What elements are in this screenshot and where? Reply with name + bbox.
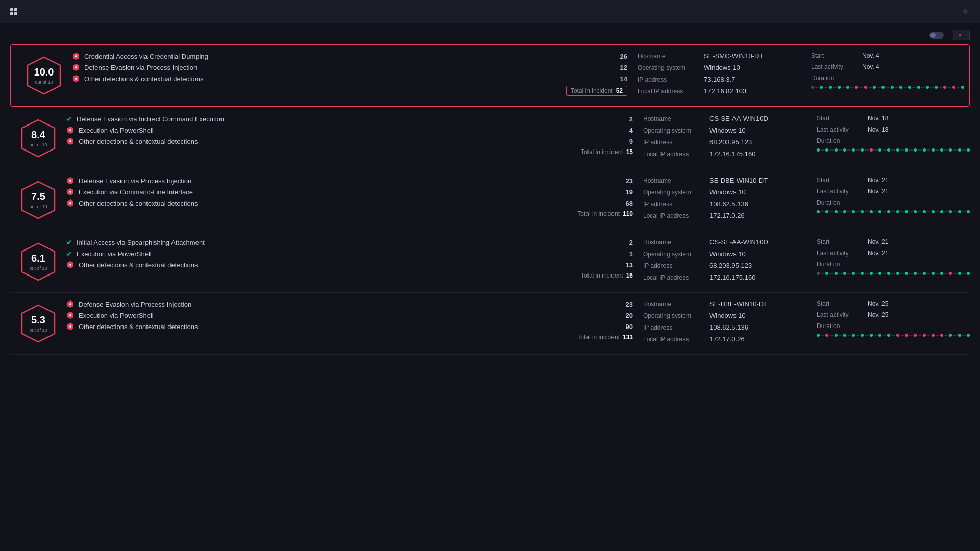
timeline-dot — [846, 86, 849, 89]
timeline-dot — [878, 148, 881, 152]
ip-key: IP address — [638, 76, 704, 83]
timeline-dot — [914, 272, 917, 275]
start-val: Nov. 18 — [868, 115, 888, 122]
timeline-line — [891, 211, 895, 212]
total-count: 110 — [623, 210, 633, 217]
detection-count: 13 — [623, 261, 633, 269]
timeline-dot — [958, 148, 961, 152]
timeline-line — [953, 273, 957, 274]
timeline-line — [815, 87, 819, 88]
header-controls: ● — [929, 30, 970, 40]
duration-key: Duration — [817, 261, 868, 268]
timeline-line — [944, 273, 948, 274]
status-dot: ● — [959, 33, 961, 37]
detection-count: 2 — [623, 115, 633, 123]
menu-button[interactable] — [10, 8, 21, 15]
timeline-dot — [843, 334, 846, 337]
timeline-line — [839, 149, 842, 151]
incident-row[interactable]: 8.4 out of 10 ✔ Defense Evasion via Indi… — [10, 108, 970, 169]
auto-refresh-toggle[interactable] — [929, 32, 944, 39]
timeline-line — [883, 149, 886, 151]
timeline-line — [927, 149, 930, 151]
os-key: Operating system — [643, 189, 709, 196]
timeline-line — [944, 211, 948, 212]
timeline-dot — [943, 86, 946, 89]
incident-row[interactable]: 5.3 out of 10 Defense Evasion via Proces… — [10, 293, 970, 355]
detection-count: 90 — [623, 323, 633, 331]
timeline-dot — [932, 148, 935, 152]
timeline-dot — [878, 210, 881, 213]
timeline-dot — [825, 334, 828, 337]
detection-count: 20 — [623, 312, 633, 319]
timeline-line — [865, 335, 868, 336]
incident-row[interactable]: 7.5 out of 10 Defense Evasion via Proces… — [10, 169, 970, 231]
timeline-line — [900, 211, 904, 212]
hostname-key: Hostname — [643, 115, 709, 122]
timeline-dot — [820, 86, 823, 89]
timeline-line — [891, 273, 895, 274]
score-value: 7.5 — [29, 191, 47, 202]
timeline-line — [821, 273, 824, 274]
local-ip-val: 172.17.0.26 — [709, 212, 745, 219]
timeline-dot — [967, 148, 970, 152]
timeline-dot — [932, 210, 935, 213]
start-val: Nov. 4 — [862, 52, 879, 59]
timeline-dot — [926, 86, 929, 89]
last-activity-val: Nov. 21 — [868, 188, 888, 195]
threat-icon — [66, 137, 75, 145]
detection-name: Other detections & contextual detections — [79, 138, 619, 145]
local-ip-item: Local IP address 172.16.175.160 — [643, 150, 806, 158]
timeline-dot — [861, 272, 864, 275]
ip-key: IP address — [643, 139, 709, 146]
detection-name: Execution via PowerShell — [77, 250, 619, 258]
timeline-dot — [949, 272, 952, 275]
timeline-dot — [932, 334, 935, 337]
score-value: 6.1 — [29, 253, 47, 264]
timeline-line — [847, 211, 851, 212]
total-label: Total in incident — [571, 87, 613, 94]
timeline-dot — [896, 210, 899, 213]
os-item: Operating system Windows 10 — [643, 312, 806, 319]
os-item: Operating system Windows 10 — [643, 250, 806, 258]
last-activity-key: Last activity — [817, 311, 868, 318]
timeline-line — [909, 211, 913, 212]
status-filter[interactable]: ● — [953, 30, 970, 40]
score-value: 8.4 — [29, 129, 47, 140]
timeline-line — [865, 273, 868, 274]
timeline-line — [936, 273, 939, 274]
ip-val: 108.62.5.136 — [709, 323, 748, 331]
timeline-line — [927, 211, 930, 212]
timeline-dot — [958, 334, 961, 337]
timeline-line — [944, 149, 948, 151]
timeline-dot — [914, 148, 917, 152]
timeline-line — [839, 335, 842, 336]
hostname-item: Hostname SE-DBE-WIN10-DT — [643, 177, 806, 184]
os-val: Windows 10 — [709, 312, 746, 319]
detection-name: Defense Evasion via Process Injection — [84, 64, 613, 71]
timeline-line — [883, 335, 886, 336]
timeline-line — [821, 335, 824, 336]
timeline-line — [891, 149, 895, 151]
detection-item: Execution via PowerShell 4 — [66, 126, 633, 134]
timeline-line — [962, 211, 966, 212]
timeline-line — [829, 211, 833, 212]
total-label: Total in incident — [577, 334, 620, 341]
ip-key: IP address — [643, 324, 709, 331]
timeline-dot — [825, 148, 828, 152]
timeline-dot — [852, 148, 855, 152]
timeline-line — [921, 87, 925, 88]
incident-row[interactable]: 10.0 out of 10 Credential Access via Cre… — [10, 44, 970, 107]
os-val: Windows 10 — [709, 250, 746, 258]
detection-count: 1 — [623, 250, 633, 258]
incident-row[interactable]: 6.1 out of 10 ✔ Initial Access via Spear… — [10, 231, 970, 293]
local-ip-val: 172.16.175.160 — [709, 150, 755, 158]
detection-count: 9 — [623, 138, 633, 145]
timeline-line — [918, 335, 921, 336]
timeline-line — [842, 87, 845, 88]
timeline-dot — [817, 210, 820, 213]
detection-count: 23 — [623, 177, 633, 185]
time-col: Start Nov. 21 Last activity Nov. 21 Dura… — [817, 238, 970, 285]
total-row: Total in incident 15 — [66, 148, 633, 156]
timeline-dot — [967, 210, 970, 213]
duration-item: Duration — [817, 322, 970, 330]
